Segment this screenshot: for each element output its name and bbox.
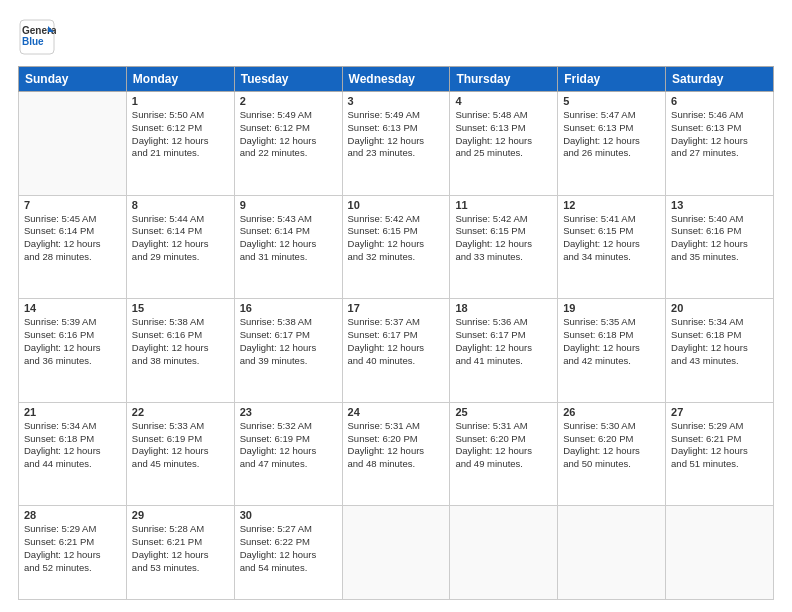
calendar-cell: 20Sunrise: 5:34 AMSunset: 6:18 PMDayligh…	[666, 299, 774, 403]
calendar-cell	[450, 506, 558, 600]
calendar-cell: 10Sunrise: 5:42 AMSunset: 6:15 PMDayligh…	[342, 195, 450, 299]
calendar-cell: 5Sunrise: 5:47 AMSunset: 6:13 PMDaylight…	[558, 92, 666, 196]
day-number: 13	[671, 199, 768, 211]
calendar-cell: 18Sunrise: 5:36 AMSunset: 6:17 PMDayligh…	[450, 299, 558, 403]
calendar-cell: 16Sunrise: 5:38 AMSunset: 6:17 PMDayligh…	[234, 299, 342, 403]
day-number: 25	[455, 406, 552, 418]
day-number: 4	[455, 95, 552, 107]
day-number: 21	[24, 406, 121, 418]
day-number: 19	[563, 302, 660, 314]
calendar-cell: 8Sunrise: 5:44 AMSunset: 6:14 PMDaylight…	[126, 195, 234, 299]
day-info: Sunrise: 5:49 AMSunset: 6:13 PMDaylight:…	[348, 109, 445, 160]
day-info: Sunrise: 5:44 AMSunset: 6:14 PMDaylight:…	[132, 213, 229, 264]
week-row-1: 7Sunrise: 5:45 AMSunset: 6:14 PMDaylight…	[19, 195, 774, 299]
day-info: Sunrise: 5:35 AMSunset: 6:18 PMDaylight:…	[563, 316, 660, 367]
day-info: Sunrise: 5:47 AMSunset: 6:13 PMDaylight:…	[563, 109, 660, 160]
weekday-header-sunday: Sunday	[19, 67, 127, 92]
day-number: 22	[132, 406, 229, 418]
day-number: 10	[348, 199, 445, 211]
weekday-header-thursday: Thursday	[450, 67, 558, 92]
page: General Blue SundayMondayTuesdayWednesda…	[0, 0, 792, 612]
day-number: 17	[348, 302, 445, 314]
calendar-cell	[19, 92, 127, 196]
day-info: Sunrise: 5:28 AMSunset: 6:21 PMDaylight:…	[132, 523, 229, 574]
day-info: Sunrise: 5:46 AMSunset: 6:13 PMDaylight:…	[671, 109, 768, 160]
calendar-cell: 21Sunrise: 5:34 AMSunset: 6:18 PMDayligh…	[19, 402, 127, 506]
day-number: 26	[563, 406, 660, 418]
calendar-table: SundayMondayTuesdayWednesdayThursdayFrid…	[18, 66, 774, 600]
day-number: 23	[240, 406, 337, 418]
day-info: Sunrise: 5:31 AMSunset: 6:20 PMDaylight:…	[455, 420, 552, 471]
day-info: Sunrise: 5:32 AMSunset: 6:19 PMDaylight:…	[240, 420, 337, 471]
day-info: Sunrise: 5:48 AMSunset: 6:13 PMDaylight:…	[455, 109, 552, 160]
day-info: Sunrise: 5:34 AMSunset: 6:18 PMDaylight:…	[24, 420, 121, 471]
day-info: Sunrise: 5:42 AMSunset: 6:15 PMDaylight:…	[348, 213, 445, 264]
logo-icon: General Blue	[18, 18, 56, 56]
day-info: Sunrise: 5:29 AMSunset: 6:21 PMDaylight:…	[24, 523, 121, 574]
calendar-cell: 29Sunrise: 5:28 AMSunset: 6:21 PMDayligh…	[126, 506, 234, 600]
calendar-cell: 22Sunrise: 5:33 AMSunset: 6:19 PMDayligh…	[126, 402, 234, 506]
calendar-cell: 19Sunrise: 5:35 AMSunset: 6:18 PMDayligh…	[558, 299, 666, 403]
day-info: Sunrise: 5:36 AMSunset: 6:17 PMDaylight:…	[455, 316, 552, 367]
day-number: 7	[24, 199, 121, 211]
week-row-2: 14Sunrise: 5:39 AMSunset: 6:16 PMDayligh…	[19, 299, 774, 403]
weekday-header-saturday: Saturday	[666, 67, 774, 92]
day-number: 2	[240, 95, 337, 107]
weekday-header-friday: Friday	[558, 67, 666, 92]
calendar-cell: 7Sunrise: 5:45 AMSunset: 6:14 PMDaylight…	[19, 195, 127, 299]
calendar-cell	[342, 506, 450, 600]
header: General Blue	[18, 18, 774, 56]
day-info: Sunrise: 5:42 AMSunset: 6:15 PMDaylight:…	[455, 213, 552, 264]
day-info: Sunrise: 5:30 AMSunset: 6:20 PMDaylight:…	[563, 420, 660, 471]
day-info: Sunrise: 5:45 AMSunset: 6:14 PMDaylight:…	[24, 213, 121, 264]
calendar-cell: 12Sunrise: 5:41 AMSunset: 6:15 PMDayligh…	[558, 195, 666, 299]
day-info: Sunrise: 5:33 AMSunset: 6:19 PMDaylight:…	[132, 420, 229, 471]
day-number: 14	[24, 302, 121, 314]
day-number: 16	[240, 302, 337, 314]
day-number: 29	[132, 509, 229, 521]
day-number: 5	[563, 95, 660, 107]
calendar-cell: 9Sunrise: 5:43 AMSunset: 6:14 PMDaylight…	[234, 195, 342, 299]
day-number: 28	[24, 509, 121, 521]
day-info: Sunrise: 5:41 AMSunset: 6:15 PMDaylight:…	[563, 213, 660, 264]
day-number: 6	[671, 95, 768, 107]
day-info: Sunrise: 5:39 AMSunset: 6:16 PMDaylight:…	[24, 316, 121, 367]
calendar-cell: 11Sunrise: 5:42 AMSunset: 6:15 PMDayligh…	[450, 195, 558, 299]
day-info: Sunrise: 5:43 AMSunset: 6:14 PMDaylight:…	[240, 213, 337, 264]
day-number: 24	[348, 406, 445, 418]
day-info: Sunrise: 5:29 AMSunset: 6:21 PMDaylight:…	[671, 420, 768, 471]
day-info: Sunrise: 5:49 AMSunset: 6:12 PMDaylight:…	[240, 109, 337, 160]
calendar-cell: 6Sunrise: 5:46 AMSunset: 6:13 PMDaylight…	[666, 92, 774, 196]
calendar-cell: 1Sunrise: 5:50 AMSunset: 6:12 PMDaylight…	[126, 92, 234, 196]
calendar-cell: 14Sunrise: 5:39 AMSunset: 6:16 PMDayligh…	[19, 299, 127, 403]
calendar-cell	[558, 506, 666, 600]
day-info: Sunrise: 5:34 AMSunset: 6:18 PMDaylight:…	[671, 316, 768, 367]
day-number: 1	[132, 95, 229, 107]
day-info: Sunrise: 5:37 AMSunset: 6:17 PMDaylight:…	[348, 316, 445, 367]
day-info: Sunrise: 5:38 AMSunset: 6:16 PMDaylight:…	[132, 316, 229, 367]
calendar-cell: 13Sunrise: 5:40 AMSunset: 6:16 PMDayligh…	[666, 195, 774, 299]
day-number: 27	[671, 406, 768, 418]
calendar-cell: 2Sunrise: 5:49 AMSunset: 6:12 PMDaylight…	[234, 92, 342, 196]
day-number: 12	[563, 199, 660, 211]
week-row-0: 1Sunrise: 5:50 AMSunset: 6:12 PMDaylight…	[19, 92, 774, 196]
day-info: Sunrise: 5:40 AMSunset: 6:16 PMDaylight:…	[671, 213, 768, 264]
calendar-cell: 25Sunrise: 5:31 AMSunset: 6:20 PMDayligh…	[450, 402, 558, 506]
calendar-cell: 27Sunrise: 5:29 AMSunset: 6:21 PMDayligh…	[666, 402, 774, 506]
calendar-cell: 30Sunrise: 5:27 AMSunset: 6:22 PMDayligh…	[234, 506, 342, 600]
day-info: Sunrise: 5:31 AMSunset: 6:20 PMDaylight:…	[348, 420, 445, 471]
calendar-cell: 4Sunrise: 5:48 AMSunset: 6:13 PMDaylight…	[450, 92, 558, 196]
day-number: 18	[455, 302, 552, 314]
weekday-header-row: SundayMondayTuesdayWednesdayThursdayFrid…	[19, 67, 774, 92]
calendar-cell: 17Sunrise: 5:37 AMSunset: 6:17 PMDayligh…	[342, 299, 450, 403]
day-number: 8	[132, 199, 229, 211]
day-info: Sunrise: 5:50 AMSunset: 6:12 PMDaylight:…	[132, 109, 229, 160]
day-info: Sunrise: 5:38 AMSunset: 6:17 PMDaylight:…	[240, 316, 337, 367]
day-info: Sunrise: 5:27 AMSunset: 6:22 PMDaylight:…	[240, 523, 337, 574]
svg-text:Blue: Blue	[22, 36, 44, 47]
logo: General Blue	[18, 18, 56, 56]
calendar-cell: 26Sunrise: 5:30 AMSunset: 6:20 PMDayligh…	[558, 402, 666, 506]
week-row-3: 21Sunrise: 5:34 AMSunset: 6:18 PMDayligh…	[19, 402, 774, 506]
weekday-header-wednesday: Wednesday	[342, 67, 450, 92]
day-number: 11	[455, 199, 552, 211]
